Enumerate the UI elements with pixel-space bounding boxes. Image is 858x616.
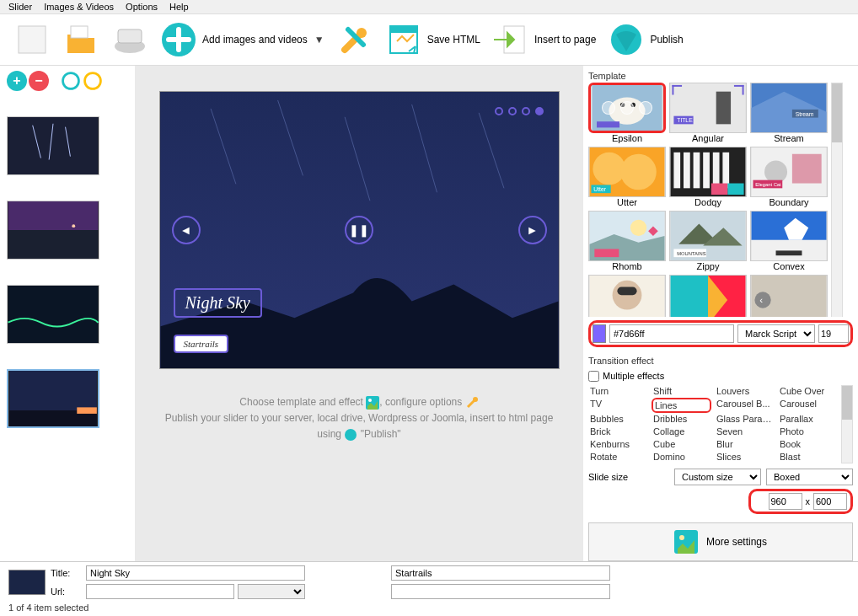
slide-thumb-3[interactable] bbox=[7, 285, 99, 344]
svg-rect-11 bbox=[8, 201, 99, 230]
slide-thumb-2[interactable] bbox=[7, 201, 99, 260]
effect-item[interactable]: TV bbox=[588, 398, 648, 414]
url-label: Url: bbox=[51, 587, 81, 597]
effect-item[interactable]: Book bbox=[778, 438, 838, 451]
save-html-button[interactable]: Save HTML bbox=[380, 18, 485, 62]
svg-text:TITLE: TITLE bbox=[677, 117, 693, 123]
url-input[interactable] bbox=[86, 584, 234, 599]
pagination-dots[interactable] bbox=[495, 107, 544, 115]
add-slide-button[interactable]: + bbox=[7, 71, 27, 91]
width-input[interactable] bbox=[769, 493, 802, 510]
effect-item[interactable]: Rotate bbox=[588, 451, 648, 463]
url-target-select[interactable] bbox=[238, 584, 305, 599]
svg-point-81 bbox=[679, 535, 684, 540]
prev-slide-button[interactable]: ◄ bbox=[172, 216, 201, 244]
delete-slide-button[interactable]: − bbox=[29, 71, 49, 91]
template-extra-2[interactable] bbox=[669, 275, 747, 317]
effect-item[interactable]: Carousel bbox=[778, 398, 838, 414]
slide-subtitle[interactable]: Startrails bbox=[174, 335, 229, 353]
meta-thumb bbox=[8, 570, 46, 595]
svg-rect-0 bbox=[19, 26, 46, 53]
menu-help[interactable]: Help bbox=[169, 2, 189, 12]
subtitle-input[interactable] bbox=[391, 565, 610, 581]
effect-item[interactable]: Cube Over bbox=[778, 385, 838, 398]
title-label: Title: bbox=[51, 568, 81, 578]
template-zippy[interactable]: MOUNTAINSZippy bbox=[669, 211, 747, 271]
next-slide-button[interactable]: ► bbox=[518, 216, 547, 244]
more-settings-button[interactable]: More settings bbox=[588, 522, 853, 561]
effects-scrollbar[interactable] bbox=[841, 385, 853, 463]
open-button[interactable] bbox=[57, 18, 105, 62]
effect-item[interactable]: Blast bbox=[778, 451, 838, 463]
url-extra-input[interactable] bbox=[391, 584, 610, 599]
template-dodqy[interactable]: Dodqy bbox=[669, 147, 747, 207]
multiple-effects-checkbox[interactable]: Multiple effects bbox=[588, 371, 853, 382]
effect-item[interactable]: Bubbles bbox=[588, 413, 648, 426]
height-input[interactable] bbox=[813, 493, 847, 510]
effect-item[interactable]: Domino bbox=[652, 451, 711, 463]
svg-rect-3 bbox=[118, 29, 142, 43]
effect-item[interactable]: Blur bbox=[715, 438, 775, 451]
effect-item[interactable]: Shift bbox=[652, 385, 711, 398]
svg-point-73 bbox=[613, 281, 642, 310]
svg-rect-55 bbox=[722, 153, 729, 189]
effect-lines[interactable]: Lines bbox=[652, 398, 711, 414]
effect-item[interactable]: Collage bbox=[652, 426, 711, 438]
effect-item[interactable]: Cube bbox=[652, 438, 711, 451]
menu-slider[interactable]: Slider bbox=[8, 2, 32, 12]
save-button[interactable] bbox=[106, 18, 153, 62]
template-scrollbar[interactable] bbox=[831, 83, 843, 317]
effect-item[interactable]: Kenburns bbox=[588, 438, 648, 451]
template-stream[interactable]: StreamStream bbox=[750, 83, 828, 143]
svg-text:Elegant Cat: Elegant Cat bbox=[755, 182, 781, 187]
font-select[interactable]: Marck Script bbox=[737, 324, 815, 343]
help-text: Choose template and effect , configure o… bbox=[165, 394, 554, 443]
template-utter[interactable]: UtterUtter bbox=[588, 147, 666, 207]
add-images-label: Add images and videos bbox=[202, 34, 308, 46]
rotate-right-button[interactable] bbox=[83, 72, 102, 90]
size-mode-select[interactable]: Custom size bbox=[674, 469, 761, 485]
add-images-button[interactable]: Add images and videos ▼ bbox=[155, 18, 330, 62]
insert-button[interactable]: Insert to page bbox=[487, 18, 601, 62]
template-extra-1[interactable] bbox=[588, 275, 666, 317]
svg-text:MOUNTAINS: MOUNTAINS bbox=[677, 251, 705, 256]
slide-preview: ◄ ❚❚ ► Night Sky Startrails bbox=[159, 91, 560, 369]
slide-thumb-1[interactable] bbox=[7, 116, 99, 175]
template-angular[interactable]: TITLEAngular bbox=[669, 83, 747, 143]
settings-button[interactable] bbox=[331, 18, 378, 62]
effect-item[interactable]: Dribbles bbox=[652, 413, 711, 426]
rotate-left-button[interactable] bbox=[62, 72, 80, 90]
color-input[interactable] bbox=[609, 324, 734, 343]
slide-thumb-4[interactable] bbox=[7, 369, 99, 428]
menu-options[interactable]: Options bbox=[126, 2, 158, 12]
effect-item[interactable]: Parallax bbox=[778, 413, 838, 426]
template-epsilon[interactable]: Epsilon bbox=[588, 83, 666, 143]
template-convex[interactable]: Convex bbox=[750, 211, 828, 271]
effect-item[interactable]: Seven bbox=[715, 426, 775, 438]
status-bar: 1 of 4 item selected bbox=[0, 601, 858, 616]
title-input[interactable] bbox=[86, 565, 305, 581]
svg-rect-57 bbox=[711, 184, 727, 196]
chevron-down-icon[interactable]: ▼ bbox=[314, 34, 324, 46]
effect-item[interactable]: Slices bbox=[715, 451, 775, 463]
box-mode-select[interactable]: Boxed bbox=[766, 469, 853, 485]
svg-point-25 bbox=[368, 399, 372, 402]
template-boundary[interactable]: Elegant CatBoundary bbox=[750, 147, 828, 207]
effect-item[interactable]: Turn bbox=[588, 385, 648, 398]
effect-item[interactable]: Glass Parall... bbox=[715, 413, 775, 426]
publish-button[interactable]: Publish bbox=[603, 18, 688, 62]
template-extra-3[interactable]: ‹ bbox=[750, 275, 828, 317]
effect-item[interactable]: Brick bbox=[588, 426, 648, 438]
template-rhomb[interactable]: Rhomb bbox=[588, 211, 666, 271]
svg-rect-17 bbox=[77, 407, 97, 414]
slide-title[interactable]: Night Sky bbox=[174, 288, 262, 318]
effect-item[interactable]: Louvers bbox=[715, 385, 775, 398]
menu-images[interactable]: Images & Videos bbox=[44, 2, 114, 12]
color-swatch[interactable] bbox=[593, 324, 606, 343]
font-size-input[interactable] bbox=[818, 324, 849, 343]
effect-item[interactable]: Photo bbox=[778, 426, 838, 438]
insert-label: Insert to page bbox=[534, 34, 596, 46]
effect-item[interactable]: Carousel B... bbox=[715, 398, 775, 414]
pause-button[interactable]: ❚❚ bbox=[345, 216, 373, 244]
new-button[interactable] bbox=[8, 18, 56, 62]
